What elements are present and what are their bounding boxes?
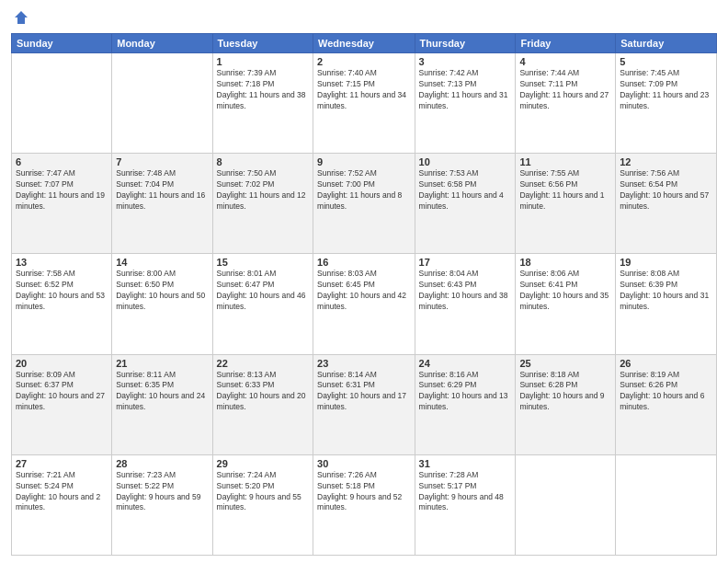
calendar-cell: 26Sunrise: 8:19 AMSunset: 6:26 PMDayligh… (616, 354, 717, 454)
day-info: Sunrise: 7:50 AMSunset: 7:02 PMDaylight:… (217, 168, 309, 213)
calendar-cell: 31Sunrise: 7:28 AMSunset: 5:17 PMDayligh… (415, 454, 516, 555)
day-info: Sunrise: 8:13 AMSunset: 6:33 PMDaylight:… (217, 370, 309, 414)
calendar-cell: 4Sunrise: 7:44 AMSunset: 7:11 PMDaylight… (516, 53, 616, 154)
day-number: 16 (317, 257, 411, 268)
day-info: Sunrise: 7:39 AMSunset: 7:18 PMDaylight:… (217, 68, 309, 112)
day-info: Sunrise: 7:26 AMSunset: 5:18 PMDaylight:… (317, 470, 411, 514)
day-number: 27 (16, 458, 108, 469)
day-number: 8 (217, 156, 309, 167)
day-header-monday: Monday (112, 34, 212, 53)
day-info: Sunrise: 7:47 AMSunset: 7:07 PMDaylight:… (16, 168, 108, 213)
day-info: Sunrise: 8:18 AMSunset: 6:28 PMDaylight:… (519, 370, 611, 414)
day-header-sunday: Sunday (12, 34, 112, 53)
day-info: Sunrise: 8:01 AMSunset: 6:47 PMDaylight:… (217, 269, 309, 313)
calendar-cell (616, 454, 717, 555)
week-row-3: 13Sunrise: 7:58 AMSunset: 6:52 PMDayligh… (12, 254, 717, 354)
day-number: 21 (116, 358, 208, 369)
calendar-cell (112, 53, 212, 154)
day-info: Sunrise: 8:04 AMSunset: 6:43 PMDaylight:… (419, 269, 512, 313)
calendar-cell: 5Sunrise: 7:45 AMSunset: 7:09 PMDaylight… (616, 53, 717, 154)
day-info: Sunrise: 8:14 AMSunset: 6:31 PMDaylight:… (317, 370, 411, 414)
day-info: Sunrise: 7:44 AMSunset: 7:11 PMDaylight:… (519, 68, 611, 112)
day-number: 24 (419, 358, 512, 369)
calendar-cell: 10Sunrise: 7:53 AMSunset: 6:58 PMDayligh… (415, 154, 516, 254)
day-number: 3 (419, 56, 512, 67)
day-number: 5 (620, 56, 712, 67)
calendar-cell (12, 53, 112, 154)
day-info: Sunrise: 8:06 AMSunset: 6:41 PMDaylight:… (519, 269, 611, 313)
calendar-cell: 29Sunrise: 7:24 AMSunset: 5:20 PMDayligh… (212, 454, 313, 555)
day-info: Sunrise: 8:08 AMSunset: 6:39 PMDaylight:… (620, 269, 712, 313)
day-info: Sunrise: 7:52 AMSunset: 7:00 PMDaylight:… (317, 168, 411, 213)
logo-icon (13, 9, 29, 26)
day-number: 12 (620, 156, 712, 167)
calendar-cell: 11Sunrise: 7:55 AMSunset: 6:56 PMDayligh… (516, 154, 616, 254)
day-info: Sunrise: 8:16 AMSunset: 6:29 PMDaylight:… (419, 370, 512, 414)
calendar-cell: 1Sunrise: 7:39 AMSunset: 7:18 PMDaylight… (212, 53, 313, 154)
day-number: 2 (317, 56, 411, 67)
day-info: Sunrise: 7:40 AMSunset: 7:15 PMDaylight:… (317, 68, 411, 112)
day-number: 26 (620, 358, 712, 369)
calendar-cell: 18Sunrise: 8:06 AMSunset: 6:41 PMDayligh… (516, 254, 616, 354)
day-header-saturday: Saturday (616, 34, 717, 53)
calendar-cell: 30Sunrise: 7:26 AMSunset: 5:18 PMDayligh… (313, 454, 415, 555)
week-row-4: 20Sunrise: 8:09 AMSunset: 6:37 PMDayligh… (12, 354, 717, 454)
svg-marker-0 (15, 11, 28, 24)
calendar-table: SundayMondayTuesdayWednesdayThursdayFrid… (11, 33, 717, 556)
day-number: 22 (217, 358, 309, 369)
calendar-cell: 6Sunrise: 7:47 AMSunset: 7:07 PMDaylight… (12, 154, 112, 254)
day-info: Sunrise: 7:48 AMSunset: 7:04 PMDaylight:… (116, 168, 208, 213)
calendar-cell: 19Sunrise: 8:08 AMSunset: 6:39 PMDayligh… (616, 254, 717, 354)
day-header-tuesday: Tuesday (212, 34, 313, 53)
logo (11, 9, 29, 26)
calendar-cell: 13Sunrise: 7:58 AMSunset: 6:52 PMDayligh… (12, 254, 112, 354)
calendar-cell: 15Sunrise: 8:01 AMSunset: 6:47 PMDayligh… (212, 254, 313, 354)
day-info: Sunrise: 7:28 AMSunset: 5:17 PMDaylight:… (419, 470, 512, 514)
calendar-cell: 2Sunrise: 7:40 AMSunset: 7:15 PMDaylight… (313, 53, 415, 154)
header (11, 9, 717, 26)
calendar-cell: 7Sunrise: 7:48 AMSunset: 7:04 PMDaylight… (112, 154, 212, 254)
day-info: Sunrise: 8:09 AMSunset: 6:37 PMDaylight:… (16, 370, 108, 414)
day-info: Sunrise: 8:03 AMSunset: 6:45 PMDaylight:… (317, 269, 411, 313)
day-number: 17 (419, 257, 512, 268)
calendar-cell (516, 454, 616, 555)
day-info: Sunrise: 7:58 AMSunset: 6:52 PMDaylight:… (16, 269, 108, 313)
day-info: Sunrise: 8:11 AMSunset: 6:35 PMDaylight:… (116, 370, 208, 414)
calendar-cell: 9Sunrise: 7:52 AMSunset: 7:00 PMDaylight… (313, 154, 415, 254)
day-number: 4 (519, 56, 611, 67)
week-row-5: 27Sunrise: 7:21 AMSunset: 5:24 PMDayligh… (12, 454, 717, 555)
calendar-cell: 22Sunrise: 8:13 AMSunset: 6:33 PMDayligh… (212, 354, 313, 454)
day-info: Sunrise: 7:55 AMSunset: 6:56 PMDaylight:… (519, 168, 611, 213)
week-row-1: 1Sunrise: 7:39 AMSunset: 7:18 PMDaylight… (12, 53, 717, 154)
calendar-cell: 27Sunrise: 7:21 AMSunset: 5:24 PMDayligh… (12, 454, 112, 555)
day-number: 25 (519, 358, 611, 369)
calendar-cell: 16Sunrise: 8:03 AMSunset: 6:45 PMDayligh… (313, 254, 415, 354)
calendar-cell: 23Sunrise: 8:14 AMSunset: 6:31 PMDayligh… (313, 354, 415, 454)
page: SundayMondayTuesdayWednesdayThursdayFrid… (0, 0, 728, 563)
calendar-cell: 24Sunrise: 8:16 AMSunset: 6:29 PMDayligh… (415, 354, 516, 454)
day-info: Sunrise: 8:00 AMSunset: 6:50 PMDaylight:… (116, 269, 208, 313)
day-number: 14 (116, 257, 208, 268)
calendar-cell: 3Sunrise: 7:42 AMSunset: 7:13 PMDaylight… (415, 53, 516, 154)
day-number: 10 (419, 156, 512, 167)
day-number: 31 (419, 458, 512, 469)
day-number: 19 (620, 257, 712, 268)
day-info: Sunrise: 7:23 AMSunset: 5:22 PMDaylight:… (116, 470, 208, 514)
day-info: Sunrise: 7:42 AMSunset: 7:13 PMDaylight:… (419, 68, 512, 112)
calendar-cell: 12Sunrise: 7:56 AMSunset: 6:54 PMDayligh… (616, 154, 717, 254)
day-info: Sunrise: 8:19 AMSunset: 6:26 PMDaylight:… (620, 370, 712, 414)
day-number: 13 (16, 257, 108, 268)
day-number: 1 (217, 56, 309, 67)
day-number: 20 (16, 358, 108, 369)
day-info: Sunrise: 7:24 AMSunset: 5:20 PMDaylight:… (217, 470, 309, 514)
day-number: 9 (317, 156, 411, 167)
day-number: 6 (16, 156, 108, 167)
calendar-cell: 28Sunrise: 7:23 AMSunset: 5:22 PMDayligh… (112, 454, 212, 555)
day-info: Sunrise: 7:56 AMSunset: 6:54 PMDaylight:… (620, 168, 712, 213)
calendar-cell: 8Sunrise: 7:50 AMSunset: 7:02 PMDaylight… (212, 154, 313, 254)
day-number: 7 (116, 156, 208, 167)
day-info: Sunrise: 7:45 AMSunset: 7:09 PMDaylight:… (620, 68, 712, 112)
day-number: 30 (317, 458, 411, 469)
day-info: Sunrise: 7:21 AMSunset: 5:24 PMDaylight:… (16, 470, 108, 514)
week-row-2: 6Sunrise: 7:47 AMSunset: 7:07 PMDaylight… (12, 154, 717, 254)
